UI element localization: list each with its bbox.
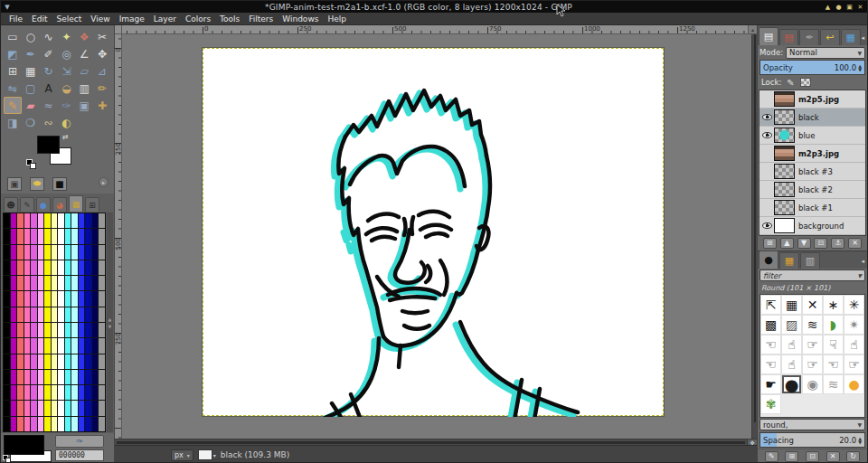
channels-tab[interactable]: ▤	[779, 29, 799, 45]
palette-swatch[interactable]	[11, 385, 17, 400]
menu-select[interactable]: Select	[52, 14, 87, 24]
palette-swatch[interactable]	[71, 323, 78, 337]
palette-swatch[interactable]	[11, 276, 17, 290]
palette-swatch[interactable]	[44, 401, 51, 415]
default-colors-icon[interactable]	[26, 159, 36, 169]
palette-swatch[interactable]	[11, 401, 17, 415]
palette-swatch[interactable]	[24, 276, 31, 290]
palette-swatch[interactable]	[52, 385, 58, 400]
palette-swatch[interactable]	[24, 229, 31, 243]
brush-item[interactable]: ☞	[802, 335, 823, 354]
anchor-layer-button[interactable]: ⚓	[831, 238, 844, 249]
palette-swatch[interactable]	[65, 370, 71, 384]
palette-swatch[interactable]	[11, 307, 17, 322]
palette-swatch[interactable]	[58, 229, 64, 243]
brush-item[interactable]: ⇱	[760, 295, 781, 315]
brush-item[interactable]: ☜	[760, 354, 781, 374]
palette-swatch[interactable]	[85, 245, 91, 260]
brush-filter-input[interactable]: filter▼	[760, 269, 865, 281]
foreground-color-swatch[interactable]	[37, 136, 60, 154]
palette-swatch[interactable]	[4, 260, 10, 275]
palette-swatch[interactable]	[11, 260, 17, 275]
palette-swatch[interactable]	[4, 370, 10, 384]
palette-swatch[interactable]	[44, 323, 51, 337]
brushes-tab[interactable]: ●	[759, 250, 778, 269]
palette-swatch[interactable]	[71, 401, 78, 415]
visibility-cell[interactable]	[760, 114, 774, 120]
delete-layer-button[interactable]: ✕	[848, 238, 862, 249]
palette-swatch[interactable]	[85, 260, 91, 275]
swap-colors-icon[interactable]: ⇄	[62, 133, 69, 141]
brush-item[interactable]: ✾	[760, 394, 781, 414]
layer-mode-select[interactable]: Normal▼	[786, 47, 865, 59]
iconify-button[interactable]: ●	[835, 4, 843, 11]
palette-swatch[interactable]	[31, 260, 37, 275]
brush-item[interactable]: ☝	[844, 335, 864, 354]
brush-item[interactable]: ≋	[823, 374, 844, 394]
palette-swatch[interactable]	[92, 417, 99, 431]
tool-measure[interactable]: ∠	[75, 45, 93, 62]
tool-ellipse-select[interactable]: ○	[22, 28, 40, 45]
brush-item[interactable]: ◗	[823, 315, 844, 335]
palette-swatch[interactable]	[65, 276, 71, 290]
lower-layer-button[interactable]: ▼	[797, 238, 811, 249]
visibility-eye-icon[interactable]	[762, 222, 772, 229]
palette-swatch[interactable]	[79, 354, 85, 369]
palette-swatch[interactable]	[79, 245, 85, 260]
tool-blur-sharpen[interactable]: ❍	[22, 114, 40, 131]
tool-free-select[interactable]: ∿	[40, 28, 58, 45]
palette-swatch[interactable]	[99, 213, 105, 228]
palette-swatch[interactable]	[17, 323, 24, 337]
palette-swatch[interactable]	[79, 323, 85, 337]
palette-swatch[interactable]	[65, 307, 71, 322]
palette-swatch[interactable]	[17, 260, 24, 275]
palette-swatch[interactable]	[71, 385, 78, 400]
palette-swatch[interactable]	[92, 385, 99, 400]
palette-swatch[interactable]	[52, 323, 58, 337]
palette-swatch[interactable]	[65, 229, 71, 243]
palette-swatch[interactable]	[58, 307, 64, 322]
active-image-indicator[interactable]: ▣	[7, 177, 22, 191]
palette-swatch[interactable]	[4, 291, 10, 306]
palette-swatch[interactable]	[99, 385, 105, 400]
tool-heal[interactable]: ✚	[93, 97, 111, 114]
palette-swatch[interactable]	[38, 354, 44, 369]
palette-swatch[interactable]	[65, 417, 71, 431]
palette-swatch[interactable]	[71, 370, 78, 384]
tool-flip[interactable]: ⇋	[4, 80, 22, 97]
layer-row[interactable]: m2p5.jpg	[760, 90, 865, 109]
palette-swatch[interactable]	[71, 276, 78, 290]
tool-paintbrush[interactable]: ✎	[4, 97, 22, 114]
brush-item[interactable]: ≋	[802, 315, 823, 335]
palette-swatch[interactable]	[52, 307, 58, 322]
palette-swatch[interactable]	[24, 213, 31, 228]
tool-shear[interactable]: ▱	[75, 62, 93, 80]
brush-item[interactable]: ✴	[844, 315, 864, 335]
tool-clone[interactable]: ▣	[75, 97, 93, 114]
palette-swatch[interactable]	[11, 323, 17, 337]
menu-filters[interactable]: Filters	[244, 14, 278, 24]
palette-swatch[interactable]	[31, 417, 37, 431]
brush-item[interactable]: ●	[844, 374, 864, 394]
palette-swatch[interactable]	[17, 291, 24, 306]
palette-swatch[interactable]	[58, 417, 64, 431]
close-button[interactable]: ✕	[856, 4, 864, 11]
palette-swatch[interactable]	[17, 385, 24, 400]
brush-item[interactable]: ☛	[760, 374, 781, 394]
palette-swatch[interactable]	[85, 354, 91, 369]
palette-swatch[interactable]	[24, 338, 31, 353]
palette-swatch[interactable]	[11, 417, 17, 431]
layer-row[interactable]: black #1	[760, 199, 865, 217]
palette-swatch[interactable]	[71, 291, 78, 306]
palette-swatch[interactable]	[31, 229, 37, 243]
spacing-spinner[interactable]: ▲▼	[858, 437, 862, 444]
palette-swatch[interactable]	[24, 401, 31, 415]
palette-swatch[interactable]	[99, 307, 105, 322]
palette-swatch[interactable]	[99, 276, 105, 290]
palette-swatch[interactable]	[11, 213, 17, 228]
palette-swatch[interactable]	[31, 338, 37, 353]
tab-patterns[interactable]: ●	[36, 197, 51, 212]
tool-rotate[interactable]: ↻	[40, 62, 58, 80]
palette-swatch[interactable]	[92, 370, 99, 384]
menu-colors[interactable]: Colors	[181, 14, 215, 24]
